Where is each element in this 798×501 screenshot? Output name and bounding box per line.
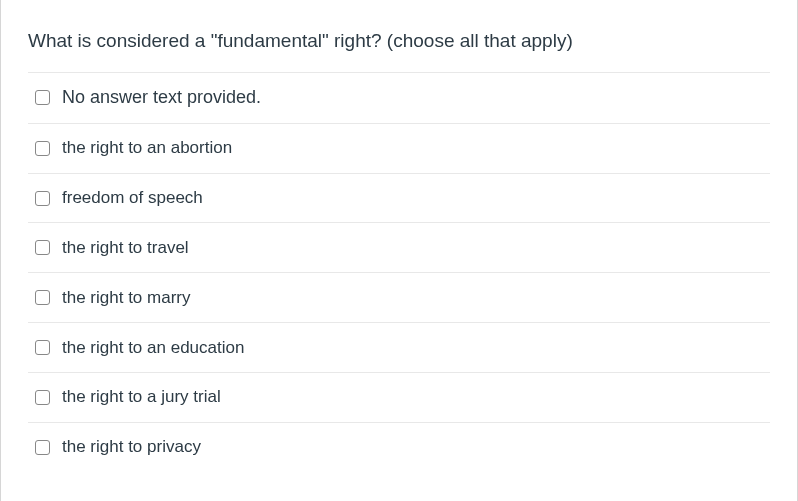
answer-row: the right to an abortion: [28, 123, 770, 173]
answer-checkbox-3[interactable]: [35, 240, 50, 255]
answer-label[interactable]: No answer text provided.: [62, 85, 261, 110]
answer-label[interactable]: the right to a jury trial: [62, 385, 221, 409]
answer-checkbox-1[interactable]: [35, 141, 50, 156]
answer-label[interactable]: the right to an education: [62, 336, 244, 360]
answer-checkbox-4[interactable]: [35, 290, 50, 305]
answer-checkbox-2[interactable]: [35, 191, 50, 206]
answer-checkbox-5[interactable]: [35, 340, 50, 355]
answer-row: the right to a jury trial: [28, 372, 770, 422]
answers-list: No answer text provided. the right to an…: [1, 72, 797, 472]
answer-label[interactable]: the right to an abortion: [62, 136, 232, 160]
answer-checkbox-0[interactable]: [35, 90, 50, 105]
answer-row: the right to privacy: [28, 422, 770, 472]
question-container: What is considered a "fundamental" right…: [0, 0, 798, 501]
answer-label[interactable]: freedom of speech: [62, 186, 203, 210]
answer-row: the right to an education: [28, 322, 770, 372]
answer-checkbox-7[interactable]: [35, 440, 50, 455]
question-text: What is considered a "fundamental" right…: [1, 0, 797, 72]
answer-row: the right to marry: [28, 272, 770, 322]
answer-label[interactable]: the right to marry: [62, 286, 191, 310]
answer-label[interactable]: the right to travel: [62, 236, 189, 260]
answer-row: freedom of speech: [28, 173, 770, 223]
answer-row: No answer text provided.: [28, 72, 770, 123]
answer-label[interactable]: the right to privacy: [62, 435, 201, 459]
answer-checkbox-6[interactable]: [35, 390, 50, 405]
answer-row: the right to travel: [28, 222, 770, 272]
